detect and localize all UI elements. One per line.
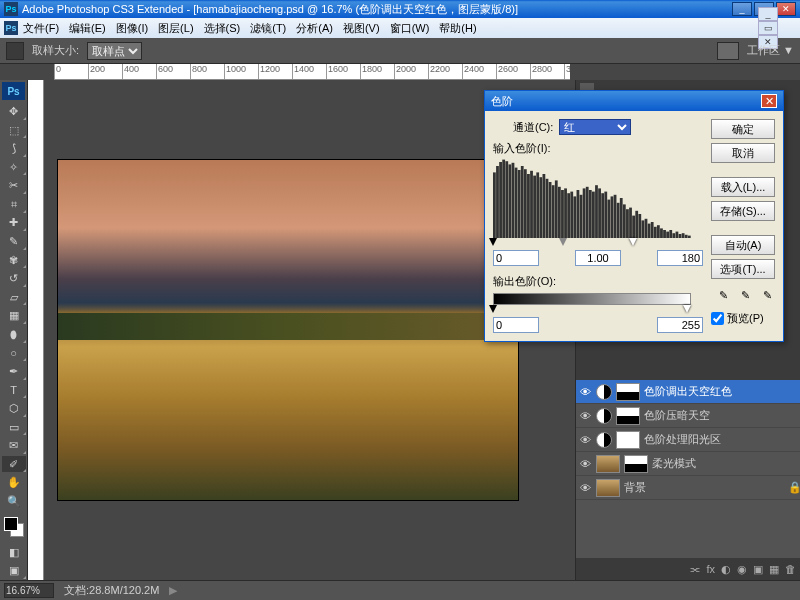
doc-restore-button[interactable]: ▭ (758, 21, 778, 35)
link-icon[interactable]: ⫘ (689, 563, 700, 575)
path-tool[interactable]: ⬡ (2, 400, 26, 417)
color-swatches[interactable] (0, 515, 27, 543)
white-eyedropper-icon[interactable]: ✎ (759, 287, 775, 303)
folder-icon[interactable]: ▣ (753, 563, 763, 576)
channel-select[interactable]: 红 (559, 119, 631, 135)
output-black-field[interactable] (493, 317, 539, 333)
menu-select[interactable]: 选择(S) (199, 21, 246, 36)
input-slider-track[interactable] (493, 238, 691, 248)
menu-window[interactable]: 窗口(W) (385, 21, 435, 36)
visibility-icon[interactable]: 👁 (578, 433, 592, 447)
notes-tool[interactable]: ✉ (2, 437, 26, 454)
input-gamma-field[interactable] (575, 250, 621, 266)
auto-button[interactable]: 自动(A) (711, 235, 775, 255)
layers-panel-tabs[interactable] (576, 360, 800, 380)
svg-rect-32 (592, 192, 595, 238)
new-layer-icon[interactable]: ▦ (769, 563, 779, 576)
move-tool[interactable]: ✥ (2, 103, 26, 120)
visibility-icon[interactable]: 👁 (578, 481, 592, 495)
crop-tool[interactable]: ✂ (2, 177, 26, 194)
gamma-slider[interactable] (559, 238, 567, 246)
layer-row[interactable]: 👁色阶压暗天空 (576, 404, 800, 428)
visibility-icon[interactable]: 👁 (578, 385, 592, 399)
wand-tool[interactable]: ✧ (2, 159, 26, 176)
output-black-slider[interactable] (489, 305, 497, 313)
window-title: Adobe Photoshop CS3 Extended - [hamabaji… (22, 2, 518, 17)
quickmask-toggle[interactable]: ◧ (2, 544, 26, 561)
bridge-icon[interactable] (717, 42, 739, 60)
dodge-tool[interactable]: ○ (2, 345, 26, 362)
pen-tool[interactable]: ✒ (2, 363, 26, 380)
gradient-tool[interactable]: ▦ (2, 307, 26, 324)
close-button[interactable]: ✕ (776, 2, 796, 16)
shape-tool[interactable]: ▭ (2, 419, 26, 436)
doc-size-label: 文档:28.8M/120.2M (64, 583, 159, 598)
layer-row[interactable]: 👁背景🔒 (576, 476, 800, 500)
menu-filter[interactable]: 滤镜(T) (245, 21, 291, 36)
dialog-close-button[interactable]: ✕ (761, 94, 777, 108)
svg-rect-43 (626, 209, 629, 238)
output-white-slider[interactable] (683, 305, 691, 313)
output-white-field[interactable] (657, 317, 703, 333)
screenmode-toggle[interactable]: ▣ (2, 562, 26, 579)
type-tool[interactable]: T (2, 382, 26, 399)
svg-rect-0 (493, 172, 496, 238)
stamp-tool[interactable]: ✾ (2, 252, 26, 269)
foreground-color-swatch[interactable] (4, 517, 18, 531)
input-white-field[interactable] (657, 250, 703, 266)
layer-row[interactable]: 👁色阶调出天空红色 (576, 380, 800, 404)
trash-icon[interactable]: 🗑 (785, 563, 796, 575)
channel-label: 通道(C): (513, 120, 553, 135)
menu-help[interactable]: 帮助(H) (434, 21, 481, 36)
mask-icon[interactable]: ◐ (721, 563, 731, 576)
zoom-input[interactable] (4, 583, 54, 598)
options-button[interactable]: 选项(T)... (711, 259, 775, 279)
brush-tool[interactable]: ✎ (2, 233, 26, 250)
layer-row[interactable]: 👁色阶处理阳光区 (576, 428, 800, 452)
heal-tool[interactable]: ✚ (2, 215, 26, 232)
menu-file[interactable]: 文件(F) (18, 21, 64, 36)
menu-analysis[interactable]: 分析(A) (291, 21, 338, 36)
visibility-icon[interactable]: 👁 (578, 409, 592, 423)
slice-tool[interactable]: ⌗ (2, 196, 26, 213)
svg-rect-47 (638, 214, 641, 238)
input-black-field[interactable] (493, 250, 539, 266)
output-slider-track[interactable] (493, 305, 691, 315)
tool-preset-icon[interactable] (6, 42, 24, 60)
blur-tool[interactable]: ⬮ (2, 326, 26, 343)
svg-rect-27 (577, 190, 580, 238)
fx-icon[interactable]: fx (706, 563, 715, 575)
hand-tool[interactable]: ✋ (2, 474, 26, 491)
save-button[interactable]: 存储(S)... (711, 201, 775, 221)
eyedropper-tool[interactable]: ✐ (2, 456, 26, 473)
white-point-slider[interactable] (629, 238, 637, 246)
svg-rect-19 (552, 185, 555, 238)
minimize-button[interactable]: _ (732, 2, 752, 16)
menu-edit[interactable]: 编辑(E) (64, 21, 111, 36)
menu-image[interactable]: 图像(I) (111, 21, 153, 36)
preview-checkbox[interactable] (711, 312, 724, 325)
doc-minimize-button[interactable]: _ (758, 7, 778, 21)
cancel-button[interactable]: 取消 (711, 143, 775, 163)
ok-button[interactable]: 确定 (711, 119, 775, 139)
marquee-tool[interactable]: ⬚ (2, 122, 26, 139)
history-brush-tool[interactable]: ↺ (2, 270, 26, 287)
layer-row[interactable]: 👁柔光模式 (576, 452, 800, 476)
menu-layer[interactable]: 图层(L) (153, 21, 198, 36)
workspace-button[interactable]: 工作区 ▼ (747, 43, 794, 58)
preview-checkbox-row[interactable]: 预览(P) (711, 311, 775, 326)
dialog-titlebar[interactable]: 色阶 ✕ (485, 91, 783, 111)
sample-size-select[interactable]: 取样点 (87, 42, 142, 60)
adjustment-icon[interactable]: ◉ (737, 563, 747, 576)
black-eyedropper-icon[interactable]: ✎ (715, 287, 731, 303)
menu-view[interactable]: 视图(V) (338, 21, 385, 36)
zoom-tool[interactable]: 🔍 (2, 493, 26, 510)
lasso-tool[interactable]: ⟆ (2, 140, 26, 157)
output-gradient (493, 293, 691, 305)
black-point-slider[interactable] (489, 238, 497, 246)
load-button[interactable]: 载入(L)... (711, 177, 775, 197)
eraser-tool[interactable]: ▱ (2, 289, 26, 306)
gray-eyedropper-icon[interactable]: ✎ (737, 287, 753, 303)
visibility-icon[interactable]: 👁 (578, 457, 592, 471)
svg-rect-21 (558, 187, 561, 238)
